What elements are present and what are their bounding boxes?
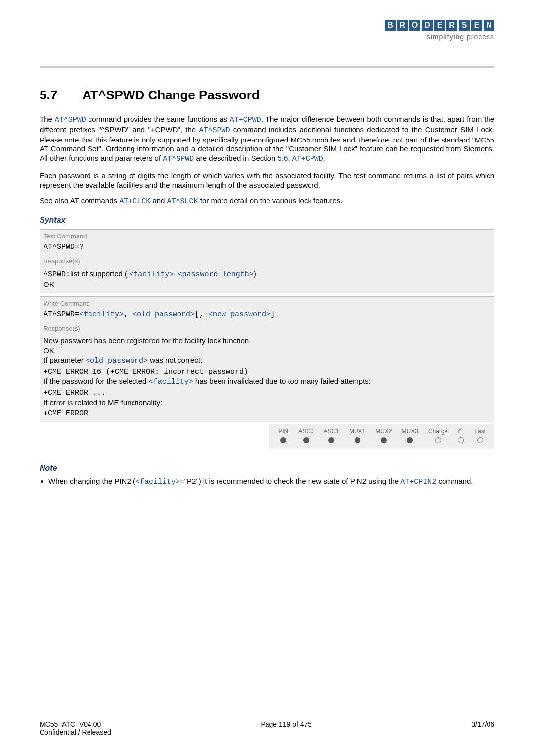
cmd-ref: AT+CPWD xyxy=(292,155,323,163)
footer-rule xyxy=(40,717,494,717)
text: command provides the same functions as xyxy=(86,115,230,123)
dot xyxy=(452,436,469,446)
footer-doc-id: MC55_ATC_V04.00 xyxy=(40,720,101,728)
text: ] xyxy=(270,310,275,319)
support-value-row xyxy=(273,436,490,446)
support-header-row: PIN ASC0 ASC1 MUX1 MUX2 MUX3 Charge Last xyxy=(273,426,490,436)
error-line: +CME ERROR ... xyxy=(44,389,106,397)
write-response-label: Response(s) xyxy=(40,322,494,334)
section-title: 5.7 AT^SPWD Change Password xyxy=(40,88,494,103)
dot xyxy=(273,436,293,446)
col-pin: PIN xyxy=(273,426,293,436)
footer-classification: Confidential / Released xyxy=(40,728,111,736)
resp-prefix: ^SPWD: xyxy=(44,270,70,279)
text: [, xyxy=(195,310,208,319)
section-ref: 5.6 xyxy=(278,154,288,162)
write-command-code: AT^SPWD=<facility>, <old password>[, <ne… xyxy=(40,309,494,322)
text: If error is related to ME functionality: xyxy=(44,398,162,407)
logo-letter: R xyxy=(446,20,457,31)
param: <password length> xyxy=(178,270,254,279)
error-line: +CME ERROR xyxy=(44,409,88,418)
intro-paragraph-2: Each password is a string of digits the … xyxy=(40,171,494,190)
page-footer: MC55_ATC_V04.00 Page 119 of 475 3/17/06 … xyxy=(40,717,494,736)
page-header: B R O D E R S E N simplifying process xyxy=(40,20,494,64)
logo-letter: N xyxy=(484,20,494,31)
footer-date: 3/17/06 xyxy=(471,720,494,728)
error-line: +CME ERROR 16 (+CME ERROR: incorrect pas… xyxy=(44,368,248,376)
param: <old password> xyxy=(133,310,195,319)
ok-response: OK xyxy=(44,280,54,288)
param: <facility> xyxy=(129,270,174,279)
text: . xyxy=(323,154,325,162)
test-command-label: Test Command xyxy=(40,230,494,242)
test-response-label: Response(s) xyxy=(40,254,494,267)
param: <facility> xyxy=(135,478,180,486)
logo-letter: E xyxy=(471,20,482,31)
logo-letter: S xyxy=(459,20,470,31)
text: has been invalidated due to too many fai… xyxy=(193,377,371,385)
test-response-body: ^SPWD:list of supported ( <facility>, <p… xyxy=(40,267,494,293)
brand-logo: B R O D E R S E N simplifying process xyxy=(385,20,494,41)
text: command. xyxy=(436,477,473,485)
text: If parameter xyxy=(44,356,86,364)
cmd-prefix: AT^SPWD= xyxy=(44,310,79,319)
logo-letter: B xyxy=(385,20,396,31)
text: , xyxy=(174,269,178,278)
note-heading: Note xyxy=(40,464,494,472)
intro-paragraph-3: See also AT commands AT+CLCK and AT^SLCK… xyxy=(40,196,494,207)
dot xyxy=(344,436,370,446)
cmd-ref: AT+CPIN2 xyxy=(400,478,436,486)
col-asc0: ASC0 xyxy=(293,426,318,436)
write-command-box: Write Command AT^SPWD=<facility>, <old p… xyxy=(40,296,494,422)
col-charge: Charge xyxy=(423,426,452,436)
col-mux1: MUX1 xyxy=(344,426,370,436)
cmd-ref: AT+CPWD xyxy=(230,116,261,124)
col-airtime xyxy=(452,426,469,436)
write-response-body: New password has been registered for the… xyxy=(40,334,494,422)
logo-letter: E xyxy=(434,20,445,31)
text: and xyxy=(150,196,167,205)
dot xyxy=(397,436,423,446)
logo-letter: D xyxy=(422,20,433,31)
text: was not correct: xyxy=(148,356,202,364)
text: are described in Section xyxy=(194,154,277,162)
param: <old password> xyxy=(86,357,148,365)
dot xyxy=(293,436,318,446)
ok-response: OK xyxy=(44,346,54,355)
text: If the password for the selected xyxy=(44,377,149,385)
text: The xyxy=(40,115,55,123)
col-asc1: ASC1 xyxy=(319,426,344,436)
cmd-ref: AT^SPWD xyxy=(199,126,230,135)
write-command-label: Write Command xyxy=(40,297,494,309)
text: ="P2") it is recommended to check the ne… xyxy=(180,477,400,485)
text: See also AT commands xyxy=(40,196,119,205)
note-item: When changing the PIN2 (<facility>="P2")… xyxy=(48,476,494,487)
syntax-heading: Syntax xyxy=(40,216,494,225)
param: <facility> xyxy=(79,310,124,319)
text: , xyxy=(124,310,133,319)
col-mux2: MUX2 xyxy=(370,426,397,436)
support-matrix: PIN ASC0 ASC1 MUX1 MUX2 MUX3 Charge Last xyxy=(269,424,494,449)
section-number: 5.7 xyxy=(40,88,79,103)
note-list: When changing the PIN2 (<facility>="P2")… xyxy=(40,476,494,487)
cmd-ref: AT+CLCK xyxy=(119,197,150,206)
footer-page-number: Page 119 of 475 xyxy=(261,720,312,728)
text: for more detail on the various lock feat… xyxy=(198,196,343,205)
text: ) xyxy=(254,269,256,278)
col-mux3: MUX3 xyxy=(397,426,423,436)
airtime-icon xyxy=(457,427,464,434)
dot xyxy=(370,436,397,446)
dot xyxy=(423,436,452,446)
col-last: Last xyxy=(469,426,490,436)
logo-wordmark: B R O D E R S E N xyxy=(385,20,494,31)
logo-letter: O xyxy=(409,20,420,31)
test-command-box: Test Command AT^SPWD=? Response(s) ^SPWD… xyxy=(40,229,494,293)
logo-letter: R xyxy=(397,20,408,31)
cmd-ref: AT^SPWD xyxy=(163,155,194,163)
text: When changing the PIN2 ( xyxy=(48,477,135,485)
param: <facility> xyxy=(149,378,193,386)
brand-tagline: simplifying process xyxy=(385,33,494,41)
param: <new password> xyxy=(208,310,270,319)
test-command-code: AT^SPWD=? xyxy=(40,242,494,254)
text: , xyxy=(288,154,292,162)
